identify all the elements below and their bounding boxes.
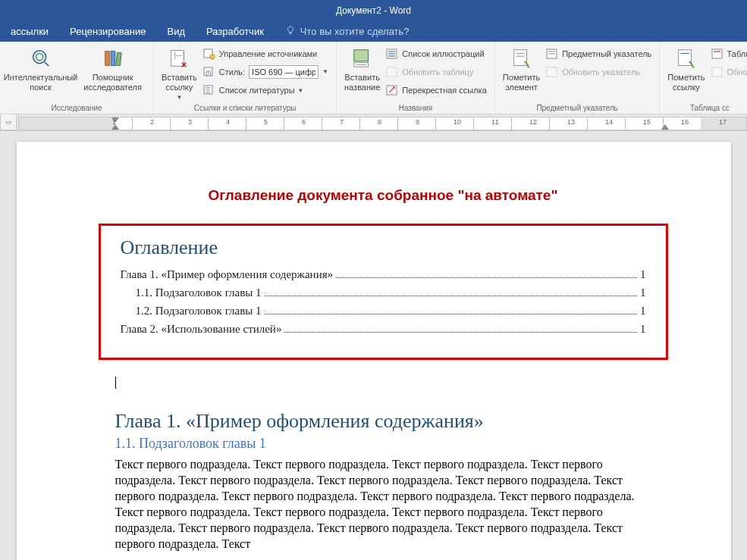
index-icon [546, 48, 558, 60]
toc-entry-text: 1.2. Подзаголовок главы 1 [136, 305, 262, 318]
heading-2[interactable]: 1.1. Подзаголовок главы 1 [115, 436, 651, 452]
group-label-citations: Ссылки и списки литературы [154, 104, 336, 112]
tab-view[interactable]: Вид [157, 20, 196, 42]
toc-leader-dots [265, 296, 637, 296]
mark-citation-button[interactable]: Пометить ссылку [664, 44, 708, 94]
group-label-research: Исследование [0, 104, 153, 112]
update-icon: ! [546, 66, 558, 78]
toc-leader-dots [265, 314, 637, 314]
insert-citation-button[interactable]: (—) Вставить ссылку ▼ [159, 44, 200, 104]
ribbon: Интеллектуальный поиск Помощник исследов… [0, 42, 747, 114]
manage-sources-button[interactable]: Управление источниками [200, 45, 331, 62]
ruler-number: 3 [188, 118, 192, 126]
right-indent-marker[interactable] [661, 124, 669, 130]
toc-list[interactable]: Глава 1. «Пример оформления содержания»1… [121, 268, 646, 336]
style-icon: (i) [203, 66, 215, 78]
horizontal-ruler[interactable]: 1234567891011121314151617 [18, 117, 747, 130]
tab-references[interactable]: ассылки [0, 20, 59, 42]
svg-rect-4 [111, 52, 115, 66]
toc-entry-page: 1 [640, 268, 646, 281]
style-input[interactable] [249, 65, 319, 79]
svg-rect-5 [115, 52, 121, 65]
svg-rect-3 [105, 52, 109, 66]
update-toa-button: Обнов [708, 64, 747, 80]
smart-lookup-button[interactable]: Интеллектуальный поиск [5, 44, 77, 94]
mark-citation-icon [675, 45, 698, 71]
bulb-icon [285, 25, 296, 38]
svg-point-2 [36, 53, 42, 60]
ruler-number: 15 [643, 118, 651, 126]
search-globe-icon [30, 45, 52, 71]
citation-icon: (—) [168, 45, 190, 71]
text-cursor-line[interactable] [115, 375, 651, 389]
toc-entry-page: 1 [640, 305, 646, 318]
titlebar: Документ2 - Word [0, 0, 747, 20]
ruler-number: 1 [112, 118, 116, 126]
insert-index-button[interactable]: Предметный указатель [543, 45, 654, 62]
mark-entry-button[interactable]: Пометить элемент [500, 44, 543, 94]
ruler-number: 13 [567, 118, 575, 126]
toc-entry[interactable]: 1.2. Подзаголовок главы 11 [121, 305, 646, 318]
books-icon [102, 45, 124, 71]
toc-heading[interactable]: Оглавление [121, 236, 646, 259]
svg-rect-23 [387, 67, 397, 77]
ruler-corner[interactable]: ▭ [0, 114, 17, 130]
svg-rect-16 [353, 50, 368, 61]
ruler-number: 14 [605, 118, 613, 126]
ruler-number: 11 [491, 118, 499, 126]
cross-reference-button[interactable]: Перекрестная ссылка [383, 82, 490, 99]
mark-entry-icon [510, 45, 533, 71]
insert-toa-button[interactable]: Табли [708, 45, 747, 62]
tab-developer[interactable]: Разработчик [196, 20, 275, 42]
insert-caption-button[interactable]: Вставить название [341, 44, 383, 94]
svg-rect-35 [679, 50, 692, 66]
toc-entry[interactable]: 1.1. Подзаголовок главы 11 [121, 286, 646, 299]
page[interactable]: Оглавление документа собранное "на автом… [17, 142, 731, 560]
update-table-button: ! Обновить таблицу [383, 64, 490, 80]
researcher-button[interactable]: Помощник исследователя [77, 44, 149, 94]
toc-entry[interactable]: Глава 2. «Использование стилей»1 [121, 323, 646, 336]
update-icon: ! [386, 66, 398, 78]
group-label-authorities: Таблица сс [660, 104, 747, 112]
chevron-down-icon: ▼ [176, 92, 182, 102]
update-index-button: ! Обновить указатель [543, 64, 654, 80]
svg-line-1 [44, 62, 49, 67]
group-citations: (—) Вставить ссылку ▼ Управление источни… [154, 42, 337, 114]
group-captions: Вставить название Список иллюстраций ! О… [337, 42, 495, 114]
app-title: Документ2 - Word [336, 5, 411, 16]
group-index: Пометить элемент Предметный указатель ! … [495, 42, 660, 114]
toc-entry-text: Глава 1. «Пример оформления содержания» [121, 268, 334, 281]
svg-text:!: ! [554, 66, 555, 71]
ribbon-tabs: ассылки Рецензирование Вид Разработчик Ч… [0, 20, 747, 42]
ruler-number: 10 [454, 118, 461, 126]
citation-style-select[interactable]: (i) Стиль: ▼ [200, 64, 331, 80]
svg-point-9 [210, 55, 215, 59]
toa-icon [711, 48, 723, 60]
heading-1[interactable]: Глава 1. «Пример оформления содержания» [115, 410, 651, 433]
tab-review[interactable]: Рецензирование [59, 20, 156, 42]
ruler-number: 17 [719, 118, 727, 126]
style-label: Стиль: [219, 67, 245, 77]
ruler-number: 8 [378, 118, 381, 126]
document-area: ▭ 1234567891011121314151617 Оглавление д… [0, 114, 747, 560]
document-scroll[interactable]: Оглавление документа собранное "на автом… [0, 131, 747, 560]
caption-icon [351, 45, 374, 71]
ruler-number: 5 [264, 118, 268, 126]
tell-me-search[interactable]: Что вы хотите сделать? [275, 20, 420, 42]
document-title[interactable]: Оглавление документа собранное "на автом… [115, 187, 651, 204]
bibliography-button[interactable]: Список литературы [200, 82, 331, 99]
svg-marker-37 [692, 64, 695, 67]
body-paragraph[interactable]: Текст первого подраздела. Текст первого … [115, 456, 651, 552]
table-of-figures-button[interactable]: Список иллюстраций [383, 45, 490, 62]
svg-point-0 [33, 51, 46, 64]
group-research: Интеллектуальный поиск Помощник исследов… [0, 42, 154, 114]
toc-entry[interactable]: Глава 1. «Пример оформления содержания»1 [121, 268, 646, 281]
manage-icon [203, 48, 215, 60]
svg-text:(—): (—) [174, 52, 185, 59]
svg-text:(i): (i) [206, 69, 211, 76]
tell-me-label: Что вы хотите сделать? [300, 26, 410, 37]
toc-entry-text: Глава 2. «Использование стилей» [121, 323, 282, 336]
svg-rect-26 [513, 50, 526, 66]
bibliography-icon [203, 84, 215, 96]
svg-rect-38 [712, 49, 722, 58]
